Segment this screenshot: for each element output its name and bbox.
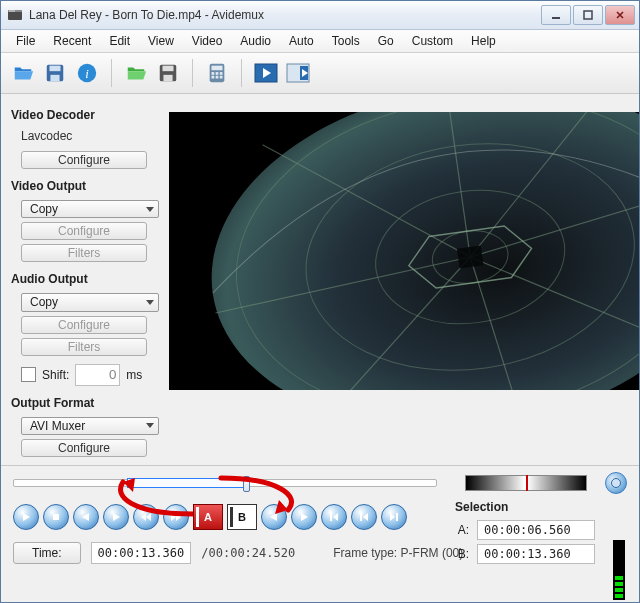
selection-a-value[interactable]: 00:00:06.560	[477, 520, 595, 540]
svg-rect-9	[50, 75, 59, 81]
menu-go[interactable]: Go	[369, 31, 403, 51]
menu-view[interactable]: View	[139, 31, 183, 51]
play-button[interactable]	[13, 504, 39, 530]
video-area	[169, 94, 639, 465]
video-decoder-codec: Lavcodec	[21, 129, 159, 143]
audio-output-select[interactable]: Copy	[21, 293, 159, 311]
next-frame-button[interactable]	[103, 504, 129, 530]
audio-meter	[613, 540, 625, 600]
seek-thumb[interactable]	[243, 476, 250, 492]
svg-rect-46	[360, 513, 362, 521]
output-format-value: AVI Muxer	[30, 419, 85, 433]
svg-rect-18	[216, 72, 219, 75]
time-current-input[interactable]: 00:00:13.360	[91, 542, 192, 564]
menu-custom[interactable]: Custom	[403, 31, 462, 51]
stop-button[interactable]	[43, 504, 69, 530]
output-format-configure-button[interactable]: Configure	[21, 439, 147, 457]
minimize-button[interactable]	[541, 5, 571, 25]
marker-a-label: A	[204, 511, 212, 523]
time-label-button[interactable]: Time:	[13, 542, 81, 564]
time-total: /00:00:24.520	[201, 546, 295, 560]
svg-rect-21	[216, 76, 219, 79]
svg-rect-16	[212, 66, 223, 71]
audio-output-configure-button[interactable]: Configure	[21, 316, 147, 334]
menu-auto[interactable]: Auto	[280, 31, 323, 51]
svg-text:i: i	[85, 67, 89, 81]
selection-heading: Selection	[455, 500, 625, 514]
next-cut-button[interactable]	[291, 504, 317, 530]
svg-point-2	[9, 10, 10, 11]
menu-video[interactable]: Video	[183, 31, 231, 51]
audio-output-heading: Audio Output	[11, 272, 159, 286]
video-output-heading: Video Output	[11, 179, 159, 193]
save-video-icon[interactable]	[154, 59, 182, 87]
side-panel: Video Decoder Lavcodec Configure Video O…	[1, 94, 169, 465]
next-keyframe-button[interactable]	[163, 504, 189, 530]
selection-a-label: A:	[455, 523, 469, 537]
svg-rect-45	[330, 513, 332, 521]
close-button[interactable]	[605, 5, 635, 25]
bottom-panel: A B Selection A:00:00:06.560 B:00:00:13.…	[1, 465, 639, 602]
selection-b-label: B:	[455, 547, 469, 561]
prev-cut-button[interactable]	[261, 504, 287, 530]
seek-slider[interactable]	[13, 479, 437, 487]
svg-rect-8	[50, 66, 61, 72]
goto-end-button[interactable]	[381, 504, 407, 530]
titlebar: Lana Del Rey - Born To Die.mp4 - Avidemu…	[1, 1, 639, 30]
shift-input[interactable]	[75, 364, 120, 386]
svg-rect-47	[396, 513, 398, 521]
shift-label: Shift:	[42, 368, 69, 382]
chevron-down-icon	[146, 423, 154, 428]
output-format-select[interactable]: AVI Muxer	[21, 417, 159, 435]
calculator-icon[interactable]	[203, 59, 231, 87]
shift-unit: ms	[126, 368, 142, 382]
video-decoder-configure-button[interactable]: Configure	[21, 151, 147, 169]
svg-rect-13	[163, 66, 174, 72]
set-marker-b-button[interactable]: B	[227, 504, 257, 530]
open-icon[interactable]	[9, 59, 37, 87]
video-output-select[interactable]: Copy	[21, 200, 159, 218]
menu-audio[interactable]: Audio	[231, 31, 280, 51]
chevron-down-icon	[146, 207, 154, 212]
svg-rect-44	[53, 514, 59, 520]
save-icon[interactable]	[41, 59, 69, 87]
menu-help[interactable]: Help	[462, 31, 505, 51]
svg-rect-14	[163, 75, 172, 81]
video-output-configure-button[interactable]: Configure	[21, 222, 147, 240]
menu-edit[interactable]: Edit	[100, 31, 139, 51]
output-format-heading: Output Format	[11, 396, 159, 410]
selection-block: Selection A:00:00:06.560 B:00:00:13.360	[455, 500, 625, 568]
shift-checkbox[interactable]	[21, 367, 36, 382]
open-video-icon[interactable]	[122, 59, 150, 87]
menubar: File Recent Edit View Video Audio Auto T…	[1, 30, 639, 53]
svg-rect-22	[220, 76, 223, 79]
prev-keyframe-button[interactable]	[133, 504, 159, 530]
play-overlay-alt-icon[interactable]	[284, 59, 312, 87]
app-icon	[7, 7, 23, 23]
play-overlay-icon[interactable]	[252, 59, 280, 87]
set-marker-a-button[interactable]: A	[193, 504, 223, 530]
svg-rect-19	[220, 72, 223, 75]
video-decoder-heading: Video Decoder	[11, 108, 159, 122]
window-title: Lana Del Rey - Born To Die.mp4 - Avidemu…	[29, 8, 541, 22]
video-preview	[169, 112, 639, 390]
goto-start-button[interactable]	[351, 504, 377, 530]
audio-output-filters-button[interactable]: Filters	[21, 338, 147, 356]
seek-selection-range	[127, 478, 247, 488]
selection-b-value[interactable]: 00:00:13.360	[477, 544, 595, 564]
prev-frame-button[interactable]	[73, 504, 99, 530]
info-icon[interactable]: i	[73, 59, 101, 87]
jog-wheel[interactable]	[605, 472, 627, 494]
svg-rect-17	[212, 72, 215, 75]
menu-file[interactable]: File	[7, 31, 44, 51]
menu-tools[interactable]: Tools	[323, 31, 369, 51]
svg-rect-6	[584, 11, 592, 19]
maximize-button[interactable]	[573, 5, 603, 25]
svg-point-4	[13, 10, 14, 11]
menu-recent[interactable]: Recent	[44, 31, 100, 51]
scrub-control[interactable]	[465, 475, 587, 491]
prev-black-button[interactable]	[321, 504, 347, 530]
video-output-filters-button[interactable]: Filters	[21, 244, 147, 262]
svg-rect-41	[457, 245, 484, 268]
frame-type: Frame type: P-FRM (00)	[333, 546, 463, 560]
